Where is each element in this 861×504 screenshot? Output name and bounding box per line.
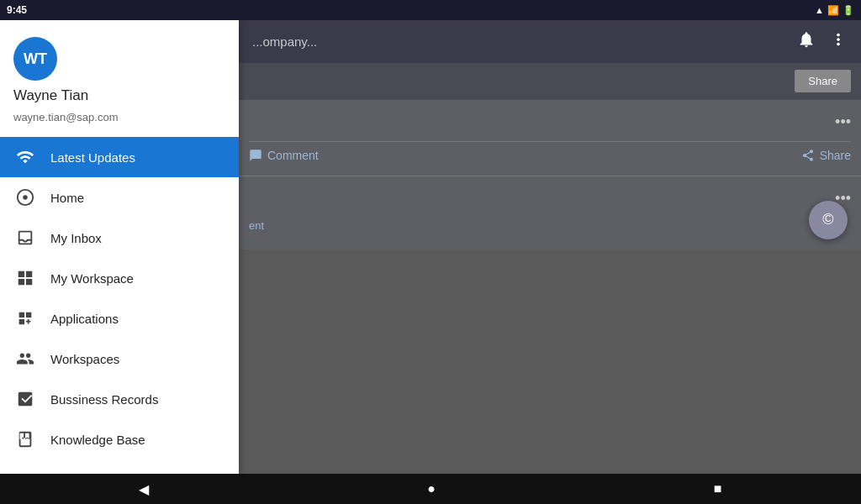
sidebar-item-applications[interactable]: Applications [0,298,239,339]
applications-icon [13,309,37,328]
sidebar: WT Wayne Tian wayne.tian@sap.com Latest … [0,20,239,474]
latest-updates-icon [13,148,37,166]
sidebar-label-workspaces: Workspaces [50,352,119,366]
nav-items: Latest Updates Home My Inbox [0,137,239,474]
status-icons: ▲ 📶 🔋 [815,5,854,16]
sidebar-item-home[interactable]: Home [0,177,239,218]
sidebar-label-home: Home [50,191,84,205]
feed-item-1-header: ••• [249,110,851,134]
sidebar-item-knowledge-base[interactable]: Knowledge Base [0,419,239,459]
feed-item-text: ent [249,219,264,232]
feed-header: Share [239,63,861,100]
status-bar: 9:45 ▲ 📶 🔋 [0,0,861,20]
recent-button[interactable]: ■ [697,478,739,500]
comment-button[interactable]: Comment [249,149,319,162]
share-label: Share [820,149,851,162]
sidebar-item-my-inbox[interactable]: My Inbox [0,218,239,258]
sidebar-label-latest-updates: Latest Updates [50,150,135,165]
sidebar-item-business-records[interactable]: Bussiness Records [0,379,239,419]
knowledge-base-icon [13,430,37,449]
home-button[interactable]: ● [410,478,452,500]
header-icons [797,30,848,53]
signal-icon: 📶 [827,5,839,16]
share-button-top[interactable]: Share [795,70,851,92]
business-records-icon [13,390,37,408]
content-area: ...ompany... Share [239,20,861,474]
back-button[interactable]: ◀ [122,478,166,501]
feed-section: Share ••• Comment [239,63,861,474]
header-title: ...ompany... [252,34,317,49]
user-email: wayne.tian@sap.com [13,111,225,123]
workspaces-icon [13,349,37,368]
fab-icon: © [822,211,833,228]
sidebar-label-applications: Applications [50,312,119,326]
home-icon [13,188,37,207]
status-time: 9:45 [7,4,27,16]
feed-item-1-actions: Comment Share [249,141,851,165]
feed-item-1: ••• Comment Share [239,100,861,176]
svg-point-1 [23,195,28,200]
app-header: ...ompany... [239,20,861,63]
user-name: Wayne Tian [13,87,225,104]
avatar: WT [13,37,57,81]
feed-item-1-more-icon[interactable]: ••• [835,113,851,131]
main-container: WT Wayne Tian wayne.tian@sap.com Latest … [0,20,861,474]
feed-item-2: ••• ent © [239,176,861,249]
user-section: WT Wayne Tian wayne.tian@sap.com [0,20,239,137]
share-button-feed[interactable]: Share [801,149,851,162]
sidebar-item-workspaces[interactable]: Workspaces [0,339,239,379]
sidebar-item-latest-updates[interactable]: Latest Updates [0,137,239,177]
inbox-icon [13,228,37,247]
workspace-icon [13,269,37,287]
fab-button[interactable]: © [809,201,848,239]
sidebar-label-my-workspace: My Workspace [50,271,134,286]
more-options-button[interactable] [829,30,848,53]
sidebar-label-business-records: Bussiness Records [50,392,158,407]
sidebar-label-knowledge-base: Knowledge Base [50,433,145,447]
sidebar-label-my-inbox: My Inbox [50,231,102,245]
sidebar-item-my-workspace[interactable]: My Workspace [0,258,239,298]
battery-icon: 🔋 [843,5,854,16]
feed-item-2-header: ••• [249,186,851,211]
wifi-icon: ▲ [815,5,824,15]
notification-button[interactable] [797,30,816,53]
comment-label: Comment [267,149,319,162]
nav-bar: ◀ ● ■ [0,474,861,504]
